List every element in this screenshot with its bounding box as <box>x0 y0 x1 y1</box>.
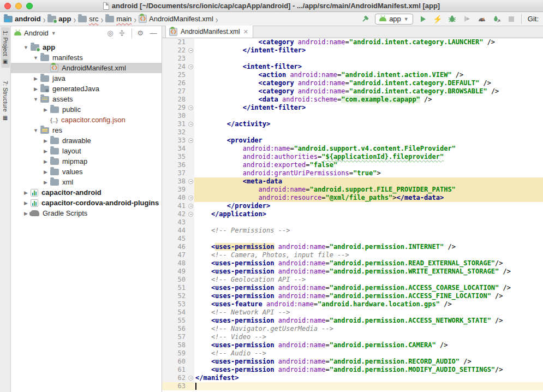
minimize-window-icon[interactable] <box>15 3 22 9</box>
twisty-expanded-icon[interactable]: ▼ <box>23 45 29 50</box>
code-line-51[interactable]: 51 <uses-permission android:name="androi… <box>162 284 543 292</box>
code-line-56[interactable]: 56 <!-- Navigator.getUserMedia --> <box>162 325 543 333</box>
tree-item-assets[interactable]: ▼assets <box>11 94 162 104</box>
code-line-63[interactable]: 63 <box>162 382 543 390</box>
close-window-icon[interactable] <box>4 3 11 9</box>
breadcrumb-item-androidmanifest-xml[interactable]: AndroidManifest.xml <box>138 15 214 23</box>
fold-marker-icon[interactable] <box>188 212 193 217</box>
profiler-icon[interactable] <box>477 14 487 24</box>
breadcrumb-item-main[interactable]: main <box>105 15 132 23</box>
code-line-55[interactable]: 55 <uses-permission android:name="androi… <box>162 317 543 325</box>
code-line-22[interactable]: 22 </intent-filter> <box>162 46 543 55</box>
code-line-37[interactable]: 37 android:grantUriPermissions="true"> <box>162 169 543 177</box>
code-line-24[interactable]: 24 <intent-filter> <box>162 63 543 71</box>
code-line-29[interactable]: 29 </intent-filter> <box>162 104 543 112</box>
code-line-27[interactable]: 27 <category android:name="android.inten… <box>162 87 543 96</box>
twisty-collapsed-icon[interactable]: ▶ <box>33 86 39 92</box>
fold-marker-icon[interactable] <box>188 64 193 69</box>
code-line-62[interactable]: 62</manifest> <box>162 374 543 382</box>
twisty-collapsed-icon[interactable]: ▶ <box>23 190 29 195</box>
tree-item-mipmap[interactable]: ▶mipmap <box>11 156 162 167</box>
twisty-expanded-icon[interactable]: ▼ <box>33 97 39 102</box>
tree-item-layout[interactable]: ▶layout <box>11 146 162 156</box>
build-hammer-icon[interactable] <box>360 14 370 24</box>
code-line-45[interactable]: 45 <box>162 235 543 243</box>
breadcrumb-item-src[interactable]: src <box>77 15 99 23</box>
tree-item-drawable[interactable]: ▶drawable <box>11 135 162 146</box>
fold-marker-icon[interactable] <box>188 105 193 110</box>
tree-item-androidmanifest-xml[interactable]: AndroidManifest.xml <box>11 63 162 73</box>
close-tab-icon[interactable]: ✕ <box>243 28 248 35</box>
fold-marker-icon[interactable] <box>188 179 193 184</box>
code-line-31[interactable]: 31 </activity> <box>162 120 543 128</box>
code-line-47[interactable]: 47 <!-- Camera, Photos, input file --> <box>162 251 543 259</box>
twisty-collapsed-icon[interactable]: ▶ <box>43 138 49 144</box>
tree-item-gradle-scripts[interactable]: ▶Gradle Scripts <box>11 208 162 218</box>
locate-file-icon[interactable]: ◎ <box>105 29 115 37</box>
debug-button[interactable] <box>447 14 457 24</box>
hide-panel-icon[interactable]: — <box>148 29 158 37</box>
code-line-39[interactable]: 39 android:name="android.support.FILE_PR… <box>162 186 543 194</box>
stripe-tab-project[interactable]: 1: Project▣ <box>1 27 10 68</box>
code-line-41[interactable]: 41 </provider> <box>162 202 543 210</box>
coverage-icon[interactable] <box>462 14 472 24</box>
code-line-58[interactable]: 58 <uses-permission android:name="androi… <box>162 341 543 349</box>
twisty-collapsed-icon[interactable]: ▶ <box>43 107 49 112</box>
code-line-54[interactable]: 54 <!-- Network API --> <box>162 308 543 317</box>
attach-debugger-icon[interactable] <box>492 14 502 24</box>
code-line-33[interactable]: 33 <provider <box>162 136 543 145</box>
code-line-35[interactable]: 35 android:authorities="${applicationId}… <box>162 153 543 161</box>
code-editor[interactable]: 21 <category android:name="android.inten… <box>162 38 543 392</box>
twisty-collapsed-icon[interactable]: ▶ <box>43 149 49 154</box>
code-line-28[interactable]: 28 <data android:scheme="com.example.cap… <box>162 96 543 104</box>
code-line-30[interactable]: 30 <box>162 112 543 120</box>
run-config-select[interactable]: app ▼ <box>375 14 413 25</box>
run-button[interactable] <box>418 14 428 24</box>
code-line-48[interactable]: 48 <uses-permission android:name="androi… <box>162 259 543 268</box>
project-view-select[interactable]: Android ▼ <box>14 29 102 37</box>
twisty-expanded-icon[interactable]: ▼ <box>33 55 39 61</box>
code-line-34[interactable]: 34 android:name="android.support.v4.cont… <box>162 145 543 153</box>
fold-marker-icon[interactable] <box>188 204 193 209</box>
breadcrumb-item-android[interactable]: android <box>3 15 41 23</box>
code-line-60[interactable]: 60 <uses-permission android:name="androi… <box>162 358 543 366</box>
code-line-42[interactable]: 42 </application> <box>162 210 543 218</box>
breadcrumb-item-app[interactable]: app <box>47 15 71 23</box>
tree-item-generatedjava[interactable]: ▶generatedJava <box>11 84 162 94</box>
twisty-collapsed-icon[interactable]: ▶ <box>43 159 49 164</box>
code-line-21[interactable]: 21 <category android:name="android.inten… <box>162 38 543 46</box>
tab-androidmanifest[interactable]: AndroidManifest.xml ✕ <box>165 26 253 38</box>
gear-icon[interactable]: ⚙ <box>135 29 145 37</box>
stop-icon[interactable] <box>506 14 516 24</box>
fold-marker-icon[interactable] <box>188 195 193 200</box>
tree-item-capacitor-android[interactable]: ▶capacitor-android <box>11 187 162 198</box>
twisty-collapsed-icon[interactable]: ▶ <box>33 76 39 81</box>
collapse-all-icon[interactable] <box>118 29 128 37</box>
tree-item-values[interactable]: ▶values <box>11 167 162 177</box>
code-line-32[interactable]: 32 <box>162 128 543 136</box>
tree-item-public[interactable]: ▶public <box>11 104 162 115</box>
code-line-61[interactable]: 61 <uses-permission android:name="androi… <box>162 366 543 374</box>
tree-item-capacitor-config-json[interactable]: {..}capacitor.config.json <box>11 115 162 125</box>
code-line-53[interactable]: 53 <uses-feature android:name="android.h… <box>162 300 543 308</box>
fold-marker-icon[interactable] <box>188 138 193 143</box>
code-line-26[interactable]: 26 <category android:name="android.inten… <box>162 79 543 87</box>
code-line-40[interactable]: 40 android:resource="@xml/file_paths"></… <box>162 194 543 202</box>
tree-item-xml[interactable]: ▶xml <box>11 177 162 187</box>
code-line-43[interactable]: 43 <box>162 218 543 227</box>
code-line-44[interactable]: 44 <!-- Permissions --> <box>162 227 543 235</box>
tree-item-java[interactable]: ▶java <box>11 73 162 84</box>
twisty-collapsed-icon[interactable]: ▶ <box>43 180 49 185</box>
twisty-expanded-icon[interactable]: ▼ <box>33 128 39 133</box>
apply-changes-icon[interactable]: ⚡ <box>433 14 443 24</box>
code-line-50[interactable]: 50 <!-- Geolocation API --> <box>162 276 543 284</box>
code-line-23[interactable]: 23 <box>162 55 543 63</box>
code-line-25[interactable]: 25 <action android:name="android.intent.… <box>162 71 543 79</box>
twisty-collapsed-icon[interactable]: ▶ <box>23 200 29 206</box>
code-line-46[interactable]: 46 <uses-permission android:name="androi… <box>162 243 543 251</box>
tree-item-capacitor-cordova-android-plugins[interactable]: ▶capacitor-cordova-android-plugins <box>11 198 162 208</box>
twisty-collapsed-icon[interactable]: ▶ <box>43 169 49 175</box>
code-line-52[interactable]: 52 <uses-permission android:name="androi… <box>162 292 543 300</box>
zoom-window-icon[interactable] <box>26 3 33 9</box>
code-line-49[interactable]: 49 <uses-permission android:name="androi… <box>162 268 543 276</box>
